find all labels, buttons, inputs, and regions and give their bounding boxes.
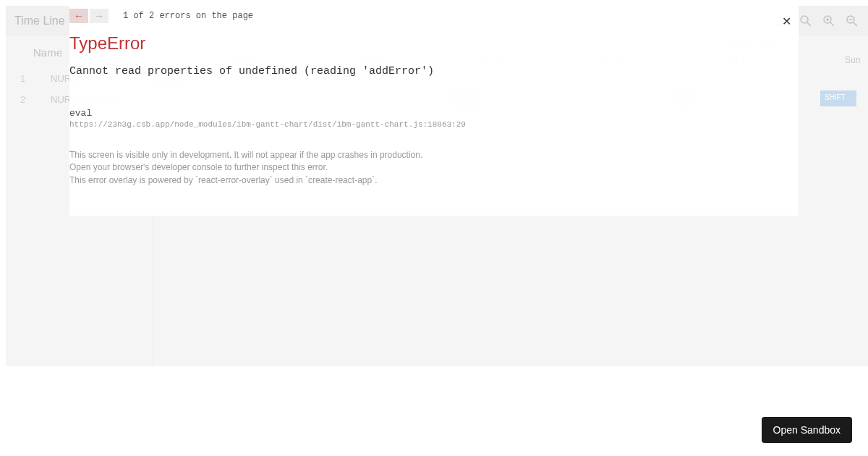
- note-line: Open your browser's developer console to…: [69, 161, 799, 174]
- error-counter: 1 of 2 errors on the page: [123, 11, 253, 21]
- close-button[interactable]: ✕: [782, 14, 791, 28]
- next-error-button[interactable]: →: [90, 9, 109, 23]
- arrow-left-icon: ←: [74, 10, 84, 22]
- open-sandbox-button[interactable]: Open Sandbox: [762, 417, 852, 443]
- day-label: Sun: [845, 55, 860, 65]
- search-icon[interactable]: [799, 14, 813, 28]
- error-nav: ← → 1 of 2 errors on the page: [69, 6, 799, 26]
- zoom-out-icon[interactable]: [845, 14, 859, 28]
- close-icon: ✕: [782, 15, 791, 28]
- shift-bar[interactable]: SHIFT: [820, 90, 856, 106]
- zoom-in-icon[interactable]: [822, 14, 836, 28]
- error-function: eval: [69, 108, 799, 119]
- row-number: 1: [20, 73, 51, 84]
- error-overlay: ← → 1 of 2 errors on the page ✕ TypeErro…: [69, 6, 799, 216]
- svg-point-0: [801, 16, 808, 23]
- error-message: Cannot read properties of undefined (rea…: [69, 65, 799, 77]
- error-source: https://23n3g.csb.app/node_modules/ibm-g…: [69, 120, 799, 129]
- error-notes: This screen is visible only in developme…: [69, 149, 799, 187]
- error-type: TypeError: [69, 33, 799, 54]
- gantt-title: Time Line: [14, 14, 65, 28]
- prev-error-button[interactable]: ←: [69, 9, 88, 23]
- note-line: This screen is visible only in developme…: [69, 149, 799, 161]
- arrow-right-icon: →: [94, 10, 104, 22]
- note-line: This error overlay is powered by `react-…: [69, 174, 799, 187]
- row-number: 2: [20, 94, 51, 105]
